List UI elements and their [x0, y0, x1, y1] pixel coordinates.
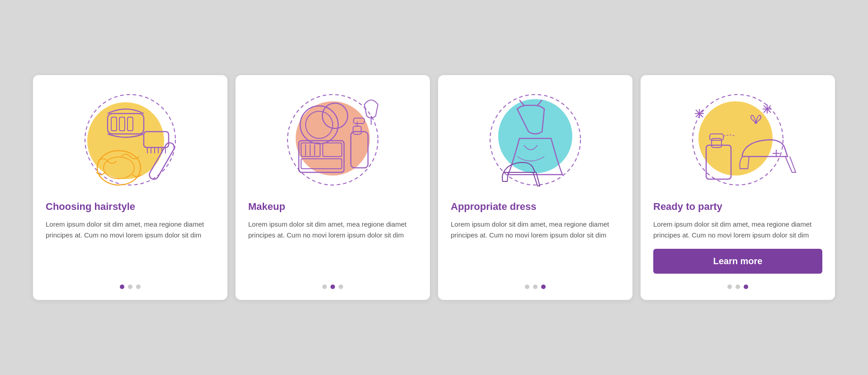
party-title: Ready to party: [653, 201, 722, 213]
makeup-illustration: [248, 89, 417, 193]
makeup-dots: [248, 280, 417, 289]
dot-1: [322, 285, 327, 289]
makeup-title: Makeup: [248, 201, 285, 213]
card-hairstyle: Choosing hairstyle Lorem ipsum dolor sit…: [33, 75, 227, 300]
dot-2: [533, 285, 538, 289]
dot-2: [330, 285, 335, 289]
party-illustration: [653, 89, 822, 193]
dot-3: [541, 285, 546, 289]
makeup-body: Lorem ipsum dolor sit dim amet, mea regi…: [248, 219, 417, 241]
dot-3: [339, 285, 343, 289]
hairstyle-title: Choosing hairstyle: [46, 201, 135, 213]
dot-3: [744, 285, 748, 289]
party-dots: [653, 280, 822, 289]
hairstyle-body: Lorem ipsum dolor sit dim amet, mea regi…: [46, 219, 215, 241]
dress-dots: [451, 280, 620, 289]
hairstyle-illustration: [46, 89, 215, 193]
card-makeup: Makeup Lorem ipsum dolor sit dim amet, m…: [236, 75, 430, 300]
dot-1: [120, 285, 124, 289]
card-party: Ready to party Lorem ipsum dolor sit dim…: [641, 75, 835, 300]
svg-point-52: [755, 121, 757, 124]
dot-1: [727, 285, 732, 289]
dot-2: [128, 285, 132, 289]
dress-body: Lorem ipsum dolor sit dim amet, mea regi…: [451, 219, 620, 241]
cards-container: Choosing hairstyle Lorem ipsum dolor sit…: [19, 62, 849, 313]
dress-title: Appropriate dress: [451, 201, 537, 213]
dot-1: [525, 285, 529, 289]
party-body: Lorem ipsum dolor sit dim amet, mea regi…: [653, 219, 822, 241]
card-dress: Appropriate dress Lorem ipsum dolor sit …: [438, 75, 632, 300]
dot-3: [136, 285, 141, 289]
dot-2: [736, 285, 740, 289]
learn-more-button[interactable]: Learn more: [653, 249, 822, 274]
svg-point-33: [498, 99, 572, 173]
dress-illustration: [451, 89, 620, 193]
hairstyle-dots: [46, 280, 215, 289]
